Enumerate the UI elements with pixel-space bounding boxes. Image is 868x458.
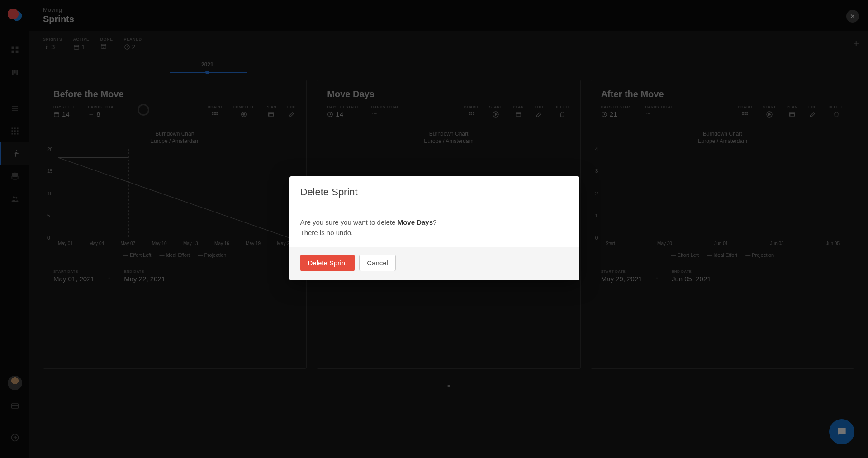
cancel-button[interactable]: Cancel: [359, 255, 396, 271]
delete-sprint-dialog: Delete Sprint Are you sure you want to d…: [289, 176, 579, 280]
confirm-delete-button[interactable]: Delete Sprint: [300, 255, 355, 271]
dialog-title: Delete Sprint: [289, 176, 579, 208]
dialog-body: Are you sure you want to delete Move Day…: [289, 208, 579, 247]
